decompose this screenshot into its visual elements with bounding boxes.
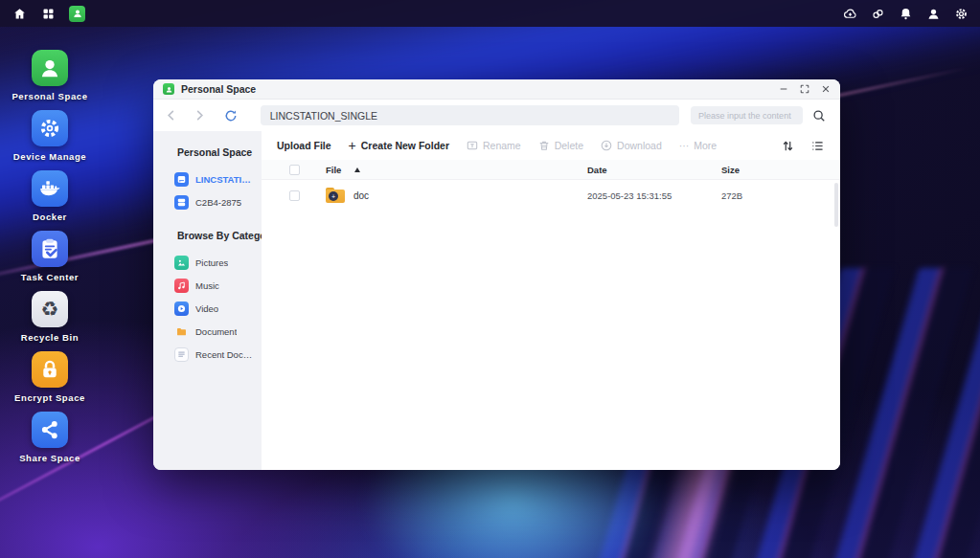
sidebar-section-title: Personal Space [177, 146, 254, 158]
file-name: doc [353, 190, 369, 201]
create-new-folder-label: Create New Folder [361, 140, 449, 151]
upload-file-label: Upload File [277, 140, 331, 151]
share-icon [32, 412, 68, 448]
window-controls [778, 84, 831, 95]
shortcut-label: Encrypt Space [14, 392, 85, 403]
desktop-screen: Personal Space Device Manage Docker Task… [0, 0, 980, 558]
delete-button[interactable]: Delete [538, 140, 583, 151]
minimize-icon[interactable] [778, 84, 788, 95]
row-checkbox-cell [262, 190, 306, 201]
file-size: 272B [721, 190, 840, 201]
download-button[interactable]: Download [601, 140, 662, 151]
drive-icon [174, 195, 189, 210]
sidebar-item-c2b4-2875[interactable]: C2B4-2875 [174, 190, 254, 213]
header-size[interactable]: Size [721, 165, 840, 175]
recycle-icon: ♻ [32, 291, 68, 327]
shortcut-recycle-bin[interactable]: ♻ Recycle Bin [13, 291, 86, 343]
cloud-upload-icon[interactable] [842, 6, 857, 21]
topbar-right-group [842, 6, 969, 21]
shortcut-personal-space[interactable]: Personal Space [13, 50, 86, 101]
rename-button[interactable]: Rename [467, 140, 521, 151]
gear-icon [32, 110, 68, 146]
header-date[interactable]: Date [587, 165, 721, 175]
more-button[interactable]: ··· More [679, 140, 717, 151]
shortcut-label: Task Center [21, 272, 79, 282]
folder-icon [174, 324, 189, 339]
download-icon [601, 140, 612, 151]
row-file-cell: + doc [306, 188, 587, 203]
scrollbar-thumb[interactable] [834, 183, 838, 227]
select-all-checkbox[interactable] [289, 165, 300, 175]
apps-icon[interactable] [40, 6, 56, 21]
shortcut-label: Docker [33, 212, 67, 222]
current-path: LINCSTATION_SINGLE [270, 110, 377, 122]
forward-icon[interactable] [192, 107, 209, 124]
more-dots-icon: ··· [679, 140, 690, 151]
docker-whale-icon [32, 170, 68, 207]
window-sidebar: Personal Space LINCSTATION_... C2B4-2875… [153, 131, 262, 470]
lock-icon [32, 351, 68, 388]
sort-icon[interactable] [780, 138, 795, 153]
window-title: Personal Space [181, 83, 256, 95]
file-date: 2025-05-23 15:31:55 [587, 190, 721, 201]
shortcut-encrypt-space[interactable]: Encrypt Space [13, 351, 86, 403]
sidebar-item-label: Recent Documents [195, 349, 254, 360]
header-file[interactable]: File [306, 165, 587, 175]
window-navbar: LINCSTATION_SINGLE [153, 100, 840, 131]
sort-ascending-icon [354, 167, 360, 172]
link-icon[interactable] [870, 6, 885, 21]
header-file-label: File [326, 165, 341, 175]
path-breadcrumb-input[interactable]: LINCSTATION_SINGLE [261, 105, 679, 125]
sidebar-item-label: Pictures [195, 257, 228, 268]
topbar-left-group [11, 6, 85, 22]
shortcut-task-center[interactable]: Task Center [13, 231, 86, 282]
shortcut-device-manage[interactable]: Device Manage [13, 110, 86, 162]
sidebar-item-video[interactable]: Video [174, 297, 254, 320]
home-icon[interactable] [11, 6, 27, 21]
rename-icon [467, 140, 478, 151]
shortcut-docker[interactable]: Docker [13, 170, 86, 222]
user-icon [32, 50, 68, 86]
shortcut-share-space[interactable]: Share Space [13, 412, 86, 463]
window-body: Personal Space LINCSTATION_... C2B4-2875… [153, 131, 840, 470]
sidebar-item-document[interactable]: Document [174, 320, 254, 343]
plus-icon: + [349, 139, 356, 152]
personal-space-window: Personal Space [153, 79, 840, 470]
clipboard-check-icon [32, 231, 68, 267]
sidebar-item-label: LINCSTATION_... [195, 174, 254, 185]
shortcut-label: Recycle Bin [21, 332, 79, 343]
shortcut-label: Share Space [19, 453, 80, 463]
close-icon[interactable] [820, 84, 831, 95]
upload-file-button[interactable]: Upload File [277, 140, 331, 151]
file-pane: Upload File + Create New Folder Rename D… [262, 131, 840, 470]
sidebar-item-label: Music [195, 280, 219, 291]
download-label: Download [617, 140, 662, 151]
music-note-icon [174, 279, 189, 293]
search-input[interactable] [691, 106, 803, 124]
create-new-folder-button[interactable]: + Create New Folder [349, 139, 449, 152]
search-icon[interactable] [810, 107, 828, 124]
sidebar-item-pictures[interactable]: Pictures [174, 251, 254, 274]
table-row[interactable]: + doc 2025-05-23 15:31:55 272B [262, 180, 840, 211]
shortcut-label: Personal Space [11, 91, 87, 101]
sidebar-item-label: Video [195, 303, 218, 314]
sidebar-item-recent-documents[interactable]: Recent Documents [174, 343, 254, 366]
file-table: File Date Size + doc [262, 160, 840, 470]
personal-space-app-icon[interactable] [69, 6, 85, 22]
sidebar-item-label: C2B4-2875 [195, 197, 241, 208]
user-icon[interactable] [925, 6, 941, 21]
settings-icon[interactable] [953, 6, 969, 21]
row-checkbox[interactable] [289, 190, 300, 201]
sidebar-item-lincstation[interactable]: LINCSTATION_... [174, 167, 254, 190]
list-view-icon[interactable] [809, 138, 825, 153]
drive-icon [174, 172, 189, 187]
sidebar-item-music[interactable]: Music [174, 274, 254, 297]
sidebar-item-label: Document [195, 326, 237, 337]
bell-icon[interactable] [898, 6, 913, 21]
refresh-icon[interactable] [222, 107, 239, 124]
toolbar-right-group [780, 138, 825, 153]
back-icon[interactable] [163, 107, 180, 124]
maximize-icon[interactable] [799, 84, 809, 95]
document-lines-icon [174, 347, 189, 362]
window-titlebar[interactable]: Personal Space [153, 79, 840, 100]
